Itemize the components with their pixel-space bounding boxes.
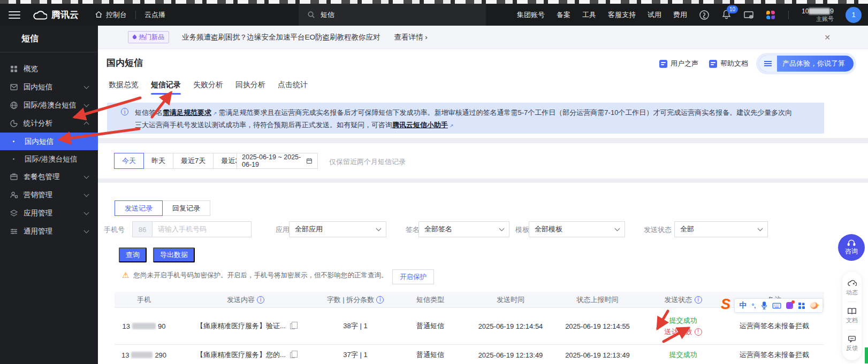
menu-billing[interactable]: 费用	[673, 10, 687, 20]
tool-dynamics[interactable]: 动态	[846, 280, 858, 297]
cell-content: 【痛康精准医疗服务】验证...	[173, 321, 318, 331]
sidebar-item-intl-sms[interactable]: 国际/港澳台短信	[0, 96, 98, 114]
arrow-right-icon: ›	[425, 33, 428, 41]
sidebar-item-statistics[interactable]: 统计分析	[0, 114, 98, 133]
keyboard-icon[interactable]	[772, 303, 781, 309]
avatar[interactable]: 1	[846, 7, 862, 23]
menu-support[interactable]: 客服支持	[608, 10, 636, 20]
tab-sms-records[interactable]: 短信记录	[151, 80, 181, 95]
info-icon[interactable]: i	[257, 296, 264, 304]
package-icon	[10, 173, 18, 181]
user-voice-link[interactable]: 用户之声	[659, 59, 698, 68]
date-option-yesterday[interactable]: 昨天	[143, 153, 173, 169]
notifications[interactable]: 10	[721, 9, 732, 21]
template-select[interactable]: 全部模板	[529, 221, 625, 237]
chevron-down-icon	[615, 226, 620, 231]
chevron-down-icon	[84, 84, 89, 89]
copy-icon[interactable]	[290, 352, 295, 358]
sidebar-item-app-mgmt[interactable]: 应用管理	[0, 204, 98, 222]
hot-product-badge: 热门新品	[128, 31, 169, 43]
phone-input[interactable]: 请输入手机号码	[152, 221, 252, 237]
sidebar-item-package-mgmt[interactable]: 套餐包管理	[0, 168, 98, 186]
cell-chars: 38字 | 1	[318, 321, 393, 331]
sidebar-item-marketing-mgmt[interactable]: 营销管理	[0, 186, 98, 204]
date-option-today[interactable]: 今天	[114, 153, 144, 169]
screenshot-green-artifact	[865, 347, 868, 363]
tab-failure-analysis[interactable]: 失败分析	[193, 80, 223, 95]
menu-group-account[interactable]: 集团账号	[517, 10, 545, 20]
ticket-icon[interactable]	[699, 10, 710, 20]
error-info-icon[interactable]: !	[695, 328, 702, 336]
cell-remark: 运营商签名未报备拦截	[725, 321, 824, 331]
sidebar-subitem-domestic-sms-stats[interactable]: 国内短信	[0, 133, 98, 150]
col-chars: 字数 | 拆分条数i	[318, 295, 393, 305]
tab-reply-records[interactable]: 回复记录	[162, 200, 210, 216]
copy-icon[interactable]	[290, 323, 295, 329]
ime-skin-icon[interactable]	[786, 302, 793, 309]
search-value: 短信	[321, 10, 334, 20]
banner-detail-link[interactable]: 查看详情 ›	[394, 33, 428, 42]
calendar-icon	[306, 157, 313, 165]
sogou-logo[interactable]: S	[721, 296, 730, 313]
enable-protection-button[interactable]: 开启保护	[392, 269, 434, 284]
sms-assistant-link[interactable]: 腾讯云短信小助手	[392, 121, 448, 129]
colorful-apps-icon[interactable]	[766, 10, 775, 20]
console-link[interactable]: 控制台	[95, 10, 127, 20]
banner-close-icon[interactable]: ✕	[824, 33, 831, 42]
tab-send-records[interactable]: 发送记录	[115, 200, 163, 216]
tab-data-overview[interactable]: 数据总览	[109, 80, 139, 95]
info-icon[interactable]: i	[695, 296, 702, 304]
menu-trial[interactable]: 试用	[648, 10, 661, 20]
export-button[interactable]: 导出数据	[153, 247, 195, 262]
send-status-label: 发送状态	[644, 225, 672, 235]
ime-emoji-icon[interactable]: ✦	[810, 302, 818, 309]
sign-select[interactable]: 全部签名	[418, 221, 509, 237]
sidebar-item-domestic-sms[interactable]: 国内短信	[0, 78, 98, 96]
chevron-down-icon	[758, 226, 763, 231]
menu-tools[interactable]: 工具	[582, 10, 596, 20]
hamburger-menu-icon[interactable]	[9, 11, 20, 19]
ime-toolbar[interactable]: S 中 °, ✦	[734, 298, 823, 313]
topbar-divider	[135, 11, 136, 19]
product-tab-vod[interactable]: 云点播	[144, 10, 165, 20]
tencent-cloud-logo[interactable]: 腾讯云	[32, 9, 79, 21]
account-info[interactable]: 109 主账号	[802, 7, 834, 22]
cell-type: 普通短信	[393, 321, 468, 331]
cell-send-time: 2025-06-19 12:13:49	[468, 351, 553, 359]
app-select[interactable]: 全部应用	[289, 221, 386, 237]
menu-icp[interactable]: 备案	[557, 10, 570, 20]
sidebar-subitem-intl-sms-stats[interactable]: 国际/港澳台短信	[0, 150, 98, 168]
tool-docs[interactable]: 文档	[846, 307, 858, 324]
date-option-7days[interactable]: 最近7天	[173, 153, 214, 169]
product-experience-button[interactable]: 产品体验，你说了算	[759, 56, 854, 72]
info-icon[interactable]: i	[376, 296, 384, 304]
page-tabs: 数据总览 短信记录 失败分析 回执分析 点击统计	[109, 80, 308, 95]
spec-requirement-link[interactable]: 需满足规范要求	[163, 109, 211, 117]
console-settings-icon[interactable]	[743, 10, 754, 20]
account-suffix: 9	[830, 7, 834, 15]
col-send-status: 发送状态i	[642, 295, 725, 305]
tab-receipt-analysis[interactable]: 回执分析	[235, 80, 265, 95]
ime-punctuation-toggle[interactable]: °,	[752, 303, 756, 309]
tab-click-stats[interactable]: 点击统计	[278, 80, 308, 95]
ime-grid-menu-icon[interactable]	[798, 302, 805, 309]
date-range-picker[interactable]: 2025-06-19 ~ 2025-06-19	[237, 153, 318, 169]
ime-language-toggle[interactable]: 中	[740, 301, 747, 311]
microphone-icon[interactable]	[761, 301, 767, 309]
chevron-down-icon	[84, 228, 89, 234]
consult-button[interactable]: 咨询	[838, 234, 865, 261]
sidebar-item-overview[interactable]: 概览	[0, 60, 98, 78]
chevron-down-icon	[84, 102, 89, 107]
cell-phone: 13290	[115, 351, 173, 359]
send-status-select[interactable]: 全部	[674, 221, 768, 237]
help-doc-link[interactable]: 帮助文档	[709, 59, 748, 68]
topbar-search[interactable]: 短信	[299, 4, 486, 26]
query-button[interactable]: 查询	[119, 247, 147, 262]
logo-text: 腾讯云	[51, 9, 79, 21]
account-type: 主账号	[802, 15, 834, 22]
date-range-value: 2025-06-19 ~ 2025-06-19	[242, 153, 306, 168]
sidebar-item-general-mgmt[interactable]: 通用管理	[0, 222, 98, 241]
tool-feedback[interactable]: 反馈	[846, 335, 858, 352]
cell-type: 普通短信	[393, 350, 468, 360]
retention-note: 仅保留近两个月短信记录	[329, 157, 406, 167]
